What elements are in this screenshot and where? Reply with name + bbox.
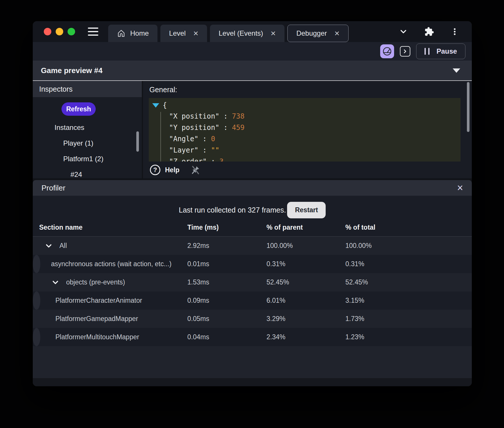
- tree-item-player-1[interactable]: Player (1): [33, 135, 142, 151]
- json-separator: :: [219, 112, 232, 120]
- console-icon[interactable]: [400, 46, 410, 57]
- close-window-button[interactable]: [44, 28, 51, 35]
- collapse-triangle-icon[interactable]: [152, 103, 159, 108]
- tab-label: Debugger: [296, 29, 327, 37]
- profiler-table-rows: All2.92ms100.00%100.00%asynchronous acti…: [33, 237, 472, 346]
- json-property-angle: "Angle" : 0: [152, 133, 461, 145]
- section-name-cell: PlatformerGamepadMapper: [33, 315, 187, 323]
- tab-close-icon[interactable]: ×: [271, 29, 276, 38]
- app-window: HomeLevel×Level (Events)×Debugger× Pause…: [33, 21, 472, 386]
- tree-item-instances[interactable]: Instances: [33, 120, 142, 135]
- json-key: "Layer": [169, 146, 198, 154]
- percent-parent-cell: 52.45%: [266, 278, 345, 286]
- minimize-window-button[interactable]: [56, 28, 63, 35]
- section-name-cell: asynchronous actions (wait action, etc..…: [33, 260, 187, 268]
- game-preview-header[interactable]: Game preview #4: [33, 61, 472, 81]
- profiler-row-asynchronous-actions-wait-action-etc[interactable]: asynchronous actions (wait action, etc..…: [33, 255, 40, 273]
- open-brace: {: [163, 101, 167, 109]
- section-name-cell: All: [33, 242, 187, 250]
- json-key: "Y position": [169, 124, 219, 132]
- help-link[interactable]: Help: [165, 166, 180, 174]
- tab-label: Home: [130, 29, 149, 37]
- tab-level[interactable]: Level×: [160, 25, 207, 42]
- json-value: 3: [219, 157, 223, 162]
- json-value: 738: [232, 112, 244, 120]
- profiler-gauge-icon[interactable]: [380, 44, 394, 58]
- json-property-z-order: "Z order" : 3: [152, 156, 461, 162]
- profiler-row-platformermultitouchmapper[interactable]: PlatformerMultitouchMapper0.04ms2.34%1.2…: [33, 328, 40, 346]
- profiler-status-row: Last run collected on 327 frames. Restar…: [33, 202, 472, 218]
- help-row: ? Help: [143, 162, 472, 178]
- tab-home[interactable]: Home: [108, 25, 157, 42]
- column-header-of-total: % of total: [345, 224, 472, 231]
- json-key: "Angle": [169, 135, 198, 143]
- menu-hamburger-icon[interactable]: [88, 28, 98, 36]
- inspectors-title: Inspectors: [39, 85, 72, 93]
- json-value: 0: [211, 135, 215, 143]
- table-empty-area: [33, 346, 472, 378]
- section-name-label: PlatformerCharacterAnimator: [55, 297, 142, 304]
- json-property-y-position: "Y position" : 459: [152, 122, 461, 133]
- tree-item-24[interactable]: #24: [33, 167, 142, 178]
- tab-level-events[interactable]: Level (Events)×: [210, 25, 284, 42]
- tab-close-icon[interactable]: ×: [193, 29, 198, 38]
- tab-close-icon[interactable]: ×: [334, 29, 340, 38]
- pause-label: Pause: [436, 47, 457, 55]
- extensions-puzzle-icon[interactable]: [424, 27, 434, 37]
- section-name-cell: PlatformerCharacterAnimator: [33, 297, 187, 304]
- time-cell: 0.05ms: [187, 315, 266, 323]
- chevron-down-icon[interactable]: [399, 27, 408, 36]
- json-separator: :: [198, 146, 211, 154]
- profiler-title: Profiler: [41, 184, 65, 193]
- expand-chevron-icon[interactable]: [51, 278, 60, 287]
- pause-button[interactable]: Pause: [416, 43, 465, 59]
- profiler-row-platformergamepadmapper[interactable]: PlatformerGamepadMapper0.05ms3.29%1.73%: [33, 310, 472, 328]
- tree-item-platform1-2[interactable]: Platform1 (2): [33, 151, 142, 167]
- percent-parent-cell: 2.34%: [266, 333, 345, 341]
- inspectors-header: Inspectors: [33, 81, 142, 97]
- inspectors-scrollbar[interactable]: [136, 131, 139, 152]
- maximize-window-button[interactable]: [68, 28, 75, 35]
- column-header-of-parent: % of parent: [266, 224, 345, 231]
- tab-label: Level: [169, 29, 186, 37]
- json-property-x-position: "X position" : 738: [152, 111, 461, 122]
- time-cell: 0.01ms: [187, 260, 266, 268]
- percent-total-cell: 100.00%: [345, 242, 472, 250]
- profiler-status-text: Last run collected on 327 frames.: [179, 206, 286, 214]
- profiler-row-objects-pre-events[interactable]: objects (pre-events)1.53ms52.45%52.45%: [33, 273, 472, 291]
- profiler-row-platformercharacteranimator[interactable]: PlatformerCharacterAnimator0.09ms6.01%3.…: [33, 291, 40, 310]
- section-name-cell: objects (pre-events): [33, 278, 187, 287]
- kebab-menu-icon[interactable]: [450, 27, 459, 36]
- expand-chevron-icon[interactable]: [44, 242, 53, 250]
- section-name-label: PlatformerMultitouchMapper: [55, 333, 139, 341]
- section-name-label: All: [59, 242, 67, 250]
- json-separator: :: [219, 124, 232, 132]
- json-key: "X position": [169, 112, 219, 120]
- unpin-icon[interactable]: [191, 165, 200, 175]
- time-cell: 0.04ms: [187, 333, 266, 341]
- section-name-cell: PlatformerMultitouchMapper: [33, 333, 187, 341]
- profiler-row-all[interactable]: All2.92ms100.00%100.00%: [33, 237, 472, 255]
- detail-scrollbar[interactable]: [467, 82, 469, 132]
- section-name-label: objects (pre-events): [66, 278, 125, 286]
- section-name-label: asynchronous actions (wait action, etc..…: [51, 260, 171, 268]
- refresh-button[interactable]: Refresh: [61, 102, 96, 116]
- restart-button[interactable]: Restart: [287, 202, 326, 218]
- general-section-title: General:: [149, 86, 472, 94]
- profiler-header: Profiler ×: [33, 180, 472, 196]
- tab-debugger[interactable]: Debugger×: [287, 25, 349, 42]
- window-bottom-strip: [33, 378, 472, 386]
- profiler-close-icon[interactable]: ×: [457, 183, 463, 193]
- desktop-background: HomeLevel×Level (Events)×Debugger× Pause…: [0, 0, 504, 428]
- help-icon[interactable]: ?: [150, 165, 160, 175]
- percent-total-cell: 0.31%: [345, 260, 364, 268]
- time-cell: 1.53ms: [187, 278, 266, 286]
- traffic-lights: [44, 28, 75, 35]
- json-property-lines: "X position" : 738"Y position" : 459"Ang…: [152, 111, 461, 162]
- json-separator: :: [207, 157, 219, 162]
- percent-total-cell: 1.23%: [345, 333, 364, 341]
- debugger-main: Inspectors Refresh InstancesPlayer (1)Pl…: [33, 81, 472, 178]
- inspector-detail-panel: General: { "X position" : 738"Y position…: [143, 81, 472, 178]
- collapse-caret-icon[interactable]: [453, 68, 460, 73]
- percent-parent-cell: 100.00%: [266, 242, 345, 250]
